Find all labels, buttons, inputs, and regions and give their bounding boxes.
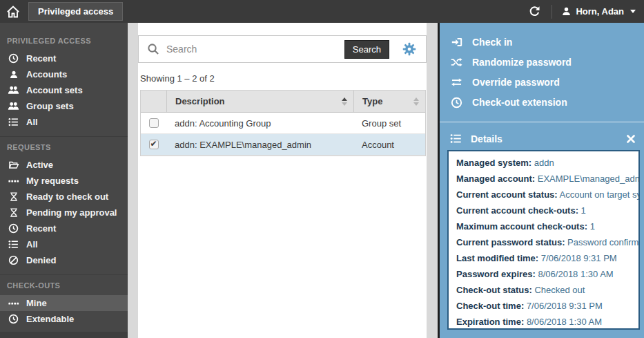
sidebar-item-recent-requests[interactable]: Recent <box>0 220 128 236</box>
refresh-icon <box>529 6 540 17</box>
user-name: Horn, Adan <box>576 6 624 17</box>
search-input[interactable] <box>166 44 344 55</box>
sidebar-item-all-requests[interactable]: All <box>0 236 128 252</box>
sidebar-item-extendable[interactable]: Extendable <box>0 311 128 327</box>
clock-icon <box>8 314 19 324</box>
refresh-button[interactable] <box>526 3 543 20</box>
detail-field: Check-out time: 7/06/2018 9:31 PM <box>456 298 638 314</box>
details-panel: Managed system: addn Managed account: EX… <box>447 150 640 330</box>
detail-field: Managed system: addn <box>456 155 638 171</box>
sidebar-section-requests: REQUESTS Active My requests Ready to che… <box>0 136 128 268</box>
users-icon <box>8 85 19 95</box>
sidebar-item-label: Pending my approval <box>26 207 117 218</box>
ban-icon <box>8 255 19 265</box>
sidebar-item-pending-my-approval[interactable]: Pending my approval <box>0 205 128 220</box>
search-box: Search <box>138 35 427 63</box>
detail-field: Maximum account check-outs: 1 <box>456 218 638 234</box>
cell-type: Account <box>353 140 425 150</box>
sidebar-item-group-sets[interactable]: Group sets <box>0 98 128 114</box>
column-header-description[interactable]: Description <box>166 91 353 112</box>
results-table: Description Type addn: Accounting Group … <box>140 90 426 156</box>
check-out-extension-button[interactable]: Check-out extension <box>440 93 644 113</box>
sidebar-item-label: Active <box>26 160 53 170</box>
chevron-down-icon <box>630 10 636 13</box>
sidebar-item-label: Recent <box>26 53 56 64</box>
detail-field: Last modified time: 7/06/2018 9:31 PM <box>456 250 638 266</box>
list-icon <box>450 133 462 144</box>
action-label: Check in <box>472 37 512 48</box>
exchange-icon <box>450 77 463 88</box>
detail-field: Expiration time: 8/06/2018 1:30 AM <box>456 314 638 330</box>
sidebar-item-label: Extendable <box>26 314 74 324</box>
user-icon <box>8 70 19 79</box>
dots-icon <box>8 299 19 308</box>
action-label: Override password <box>472 77 560 88</box>
sidebar-item-account-sets[interactable]: Account sets <box>0 82 128 98</box>
detail-field: Password expires: 8/06/2018 1:30 AM <box>456 266 638 282</box>
detail-field: Managed account: EXAMPLE\managed_admi <box>456 171 638 187</box>
sidebar-item-accounts[interactable]: Accounts <box>0 66 128 82</box>
sidebar-item-label: Ready to check out <box>26 191 108 202</box>
dots-icon <box>8 176 19 186</box>
row-checkbox[interactable] <box>149 140 159 149</box>
cell-description: addn: Accounting Group <box>166 118 353 129</box>
sidebar-item-all[interactable]: All <box>0 114 128 130</box>
sidebar-section-privileged-access: PRIVILEGED ACCESS Recent Accounts Accoun… <box>0 30 128 130</box>
content-area: Search <box>128 23 438 338</box>
users-icon <box>8 101 19 111</box>
details-title: Details <box>471 133 618 144</box>
sidebar: PRIVILEGED ACCESS Recent Accounts Accoun… <box>0 23 128 338</box>
check-in-button[interactable]: Check in <box>440 32 644 52</box>
detail-field: Current password status: Password confir… <box>456 234 638 250</box>
table-row[interactable]: addn: Accounting Group Group set <box>141 113 425 134</box>
sidebar-item-mine[interactable]: Mine <box>0 295 128 311</box>
sort-asc-icon <box>342 97 347 106</box>
sidebar-item-label: Denied <box>26 255 56 265</box>
close-icon[interactable] <box>627 135 635 143</box>
section-title: REQUESTS <box>0 137 128 157</box>
sidebar-item-label: Accounts <box>26 69 67 79</box>
sidebar-section-check-outs: CHECK-OUTS Mine Extendable <box>0 274 128 327</box>
sidebar-item-ready-to-check-out[interactable]: Ready to check out <box>0 189 128 205</box>
search-button[interactable]: Search <box>344 40 389 59</box>
table-row[interactable]: addn: EXAMPLE\managed_admin Account <box>141 134 425 156</box>
row-checkbox[interactable] <box>149 118 159 128</box>
gear-icon[interactable] <box>402 42 416 56</box>
detail-field: Check-out status: Checked out <box>456 282 638 298</box>
results-summary: Showing 1 – 2 of 2 <box>140 73 427 84</box>
sidebar-item-recent[interactable]: Recent <box>0 50 128 66</box>
table-header-row: Description Type <box>141 91 425 113</box>
sidebar-item-label: Group sets <box>26 101 74 111</box>
user-menu[interactable]: Horn, Adan <box>561 6 636 17</box>
sidebar-item-label: All <box>26 239 38 250</box>
app-window: Privileged access Horn, Adan <box>0 0 644 338</box>
sidebar-item-label: Account sets <box>26 85 83 95</box>
clock-icon <box>8 53 19 64</box>
cell-description: addn: EXAMPLE\managed_admin <box>166 140 353 150</box>
check-in-icon <box>450 37 463 48</box>
sidebar-item-my-requests[interactable]: My requests <box>0 173 128 189</box>
sidebar-item-denied[interactable]: Denied <box>0 252 128 268</box>
folder-open-icon <box>8 160 19 170</box>
sort-icon <box>413 97 419 106</box>
detail-field: Current account status: Account on targe… <box>456 187 638 203</box>
sidebar-item-label: Recent <box>26 223 56 234</box>
section-title: CHECK-OUTS <box>0 275 128 295</box>
user-icon <box>561 6 572 17</box>
sidebar-item-label: My requests <box>26 176 79 186</box>
list-icon <box>8 117 19 127</box>
home-button[interactable] <box>0 0 26 23</box>
randomize-password-button[interactable]: Randomize password <box>440 52 644 72</box>
column-header-type[interactable]: Type <box>353 91 425 112</box>
privileged-access-button[interactable]: Privileged access <box>28 2 123 21</box>
action-label: Randomize password <box>472 57 572 68</box>
override-password-button[interactable]: Override password <box>440 72 644 92</box>
header-checkbox-column <box>141 91 166 112</box>
action-panel: Check in Randomize password <box>438 23 644 338</box>
sidebar-footer <box>0 332 128 338</box>
sidebar-item-active[interactable]: Active <box>0 157 128 173</box>
clock-icon <box>450 97 463 109</box>
shuffle-icon <box>450 57 463 68</box>
sidebar-item-label: All <box>26 117 38 127</box>
topbar: Privileged access Horn, Adan <box>0 0 644 23</box>
